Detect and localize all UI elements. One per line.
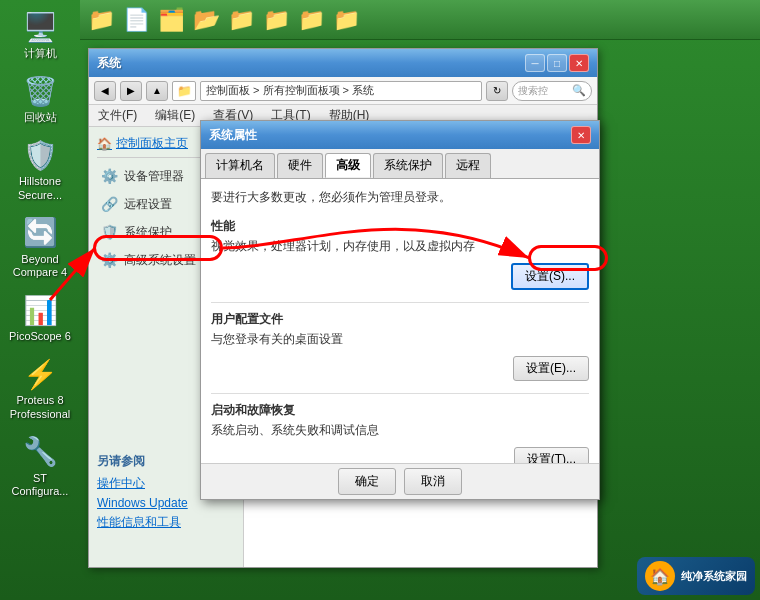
dialog-footer: 确定 取消: [201, 463, 599, 499]
recycle-icon: 🗑️: [22, 73, 58, 109]
explorer-title: 系统: [97, 55, 121, 72]
proteus-label: Proteus 8 Professional: [8, 394, 72, 420]
desktop-icon-computer[interactable]: 🖥️ 计算机: [4, 5, 76, 64]
stconfig-icon: 🔧: [22, 434, 58, 470]
beyondcompare-label: Beyond Compare 4: [8, 253, 72, 279]
ok-button[interactable]: 确定: [338, 468, 396, 495]
watermark-text: 纯净系统家园: [681, 569, 747, 584]
search-icon: 🔍: [572, 84, 586, 97]
system-properties-dialog: 系统属性 ✕ 计算机名 硬件 高级 系统保护 远程 要进行大多数更改，您必须作为…: [200, 120, 600, 500]
window-controls: ─ □ ✕: [525, 54, 589, 72]
desktop-icon-hillstone[interactable]: 🛡️ Hillstone Secure...: [4, 133, 76, 205]
folder-icon: 📁: [172, 81, 196, 101]
desktop-icon-picoscope[interactable]: 📊 PicoScope 6: [4, 288, 76, 347]
dialog-titlebar: 系统属性 ✕: [201, 121, 599, 149]
dialog-content: 要进行大多数更改，您必须作为管理员登录。 性能 视觉效果，处理器计划，内存使用，…: [201, 179, 599, 463]
address-bar: ◀ ▶ ▲ 📁 控制面板 > 所有控制面板项 > 系统 ↻ 搜索控 🔍: [89, 77, 597, 105]
system-protection-icon: 🛡️: [99, 222, 119, 242]
picoscope-icon: 📊: [22, 292, 58, 328]
proteus-icon: ⚡: [22, 356, 58, 392]
taskbar-icon-2[interactable]: 📄: [120, 4, 152, 36]
advanced-settings-icon: ⚙️: [99, 250, 119, 270]
taskbar-icon-6[interactable]: 📁: [260, 4, 292, 36]
tab-system-protection[interactable]: 系统保护: [373, 153, 443, 178]
userprofile-settings-button[interactable]: 设置(E)...: [513, 356, 589, 381]
taskbar-icon-5[interactable]: 📁: [225, 4, 257, 36]
maximize-button[interactable]: □: [547, 54, 567, 72]
desktop-icon-beyondcompare[interactable]: 🔄 Beyond Compare 4: [4, 211, 76, 283]
taskbar-top: 📁 📄 🗂️ 📂 📁 📁 📁 📁: [80, 0, 760, 40]
search-box[interactable]: 搜索控 🔍: [512, 81, 592, 101]
desktop-icon-proteus[interactable]: ⚡ Proteus 8 Professional: [4, 352, 76, 424]
performance-settings-button[interactable]: 设置(S)...: [511, 263, 589, 290]
beyondcompare-icon: 🔄: [22, 215, 58, 251]
dialog-section-userprofile: 用户配置文件 与您登录有关的桌面设置 设置(E)...: [211, 311, 589, 381]
watermark-logo: 🏠: [645, 561, 675, 591]
device-manager-icon: ⚙️: [99, 166, 119, 186]
dialog-close-button[interactable]: ✕: [571, 126, 591, 144]
hillstone-icon: 🛡️: [22, 137, 58, 173]
desktop-icons: 🖥️ 计算机 🗑️ 回收站 🛡️ Hillstone Secure... 🔄 B…: [0, 0, 80, 600]
dialog-tabs: 计算机名 硬件 高级 系统保护 远程: [201, 149, 599, 179]
tab-remote[interactable]: 远程: [445, 153, 491, 178]
address-path[interactable]: 控制面板 > 所有控制面板项 > 系统: [200, 81, 482, 101]
close-button[interactable]: ✕: [569, 54, 589, 72]
startup-settings-button[interactable]: 设置(T)...: [514, 447, 589, 463]
desktop: 📁 📄 🗂️ 📂 📁 📁 📁 📁 🖥️ 计算机 🗑️ 回收站 🛡️ Hillst…: [0, 0, 760, 600]
taskbar-icon-7[interactable]: 📁: [295, 4, 327, 36]
desktop-icon-recycle[interactable]: 🗑️ 回收站: [4, 69, 76, 128]
tab-advanced[interactable]: 高级: [325, 153, 371, 178]
hillstone-label: Hillstone Secure...: [8, 175, 72, 201]
dialog-title: 系统属性: [209, 127, 257, 144]
desktop-icon-stconfig[interactable]: 🔧 ST Configura...: [4, 430, 76, 502]
explorer-titlebar: 系统 ─ □ ✕: [89, 49, 597, 77]
remote-settings-icon: 🔗: [99, 194, 119, 214]
taskbar-icon-8[interactable]: 📁: [330, 4, 362, 36]
refresh-button[interactable]: ↻: [486, 81, 508, 101]
home-icon: 🏠: [97, 137, 112, 151]
menu-file[interactable]: 文件(F): [94, 105, 141, 126]
stconfig-label: ST Configura...: [8, 472, 72, 498]
minimize-button[interactable]: ─: [525, 54, 545, 72]
taskbar-icon-3[interactable]: 🗂️: [155, 4, 187, 36]
tab-hardware[interactable]: 硬件: [277, 153, 323, 178]
dialog-section-performance: 性能 视觉效果，处理器计划，内存使用，以及虚拟内存 设置(S)...: [211, 218, 589, 290]
computer-icon: 🖥️: [22, 9, 58, 45]
taskbar-icon-4[interactable]: 📂: [190, 4, 222, 36]
watermark: 🏠 纯净系统家园: [637, 557, 755, 595]
tab-computer-name[interactable]: 计算机名: [205, 153, 275, 178]
dialog-section-startup: 启动和故障恢复 系统启动、系统失败和调试信息 设置(T)...: [211, 402, 589, 463]
computer-label: 计算机: [24, 47, 57, 60]
performance-info-link[interactable]: 性能信息和工具: [97, 514, 235, 531]
back-button[interactable]: ◀: [94, 81, 116, 101]
picoscope-label: PicoScope 6: [9, 330, 71, 343]
up-button[interactable]: ▲: [146, 81, 168, 101]
dialog-notice: 要进行大多数更改，您必须作为管理员登录。: [211, 189, 589, 206]
taskbar-icon-1[interactable]: 📁: [85, 4, 117, 36]
menu-edit[interactable]: 编辑(E): [151, 105, 199, 126]
recycle-label: 回收站: [24, 111, 57, 124]
forward-button[interactable]: ▶: [120, 81, 142, 101]
cancel-button[interactable]: 取消: [404, 468, 462, 495]
